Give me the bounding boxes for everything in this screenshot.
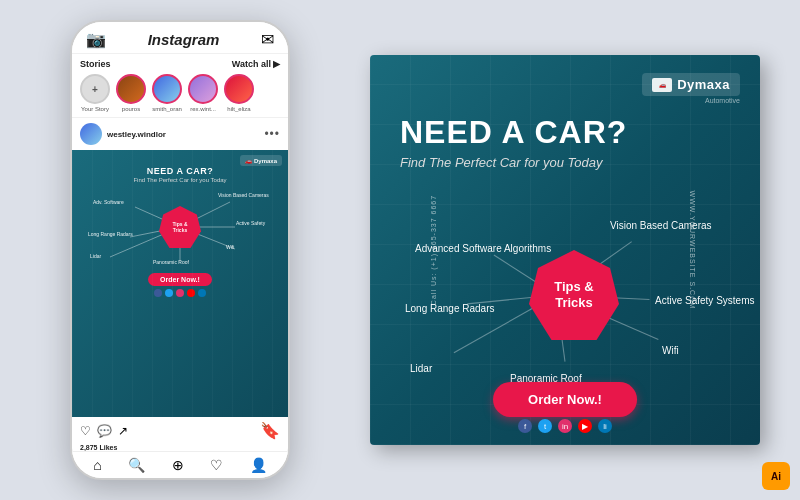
- node-vision: Vision Based Cameras: [610, 220, 712, 231]
- avatar-rex: [188, 74, 218, 104]
- stories-section: Stories Watch all ▶ + Your Story: [72, 54, 288, 117]
- mini-brand: 🚗 Dymaxa: [240, 155, 282, 166]
- post-user: westley.windlor: [80, 123, 166, 145]
- phone-section: 📷 Instagram ✉ Stories Watch all ▶ +: [0, 0, 340, 500]
- post-options-button[interactable]: •••: [264, 127, 280, 141]
- post-avatar: [80, 123, 102, 145]
- story-item-pouros[interactable]: pouros: [116, 74, 146, 112]
- phone-mockup: 📷 Instagram ✉ Stories Watch all ▶ +: [70, 20, 290, 480]
- youtube-icon[interactable]: ▶: [578, 419, 592, 433]
- mini-diagram: Tips &Tricks Vision Based Cameras Adv. S…: [78, 187, 282, 267]
- mini-node-vision: Vision Based Cameras: [218, 192, 269, 198]
- label-hilt: hilt_eliza: [227, 106, 250, 112]
- mini-node-panoramic: Panoramic Roof: [153, 259, 189, 265]
- share-icon[interactable]: ↗: [118, 424, 128, 438]
- ad-brand: 🚗 Dymaxa Automotive: [642, 73, 740, 104]
- bookmark-icon[interactable]: 🔖: [260, 421, 280, 440]
- add-nav-icon[interactable]: ⊕: [172, 457, 184, 473]
- node-advanced: Advanced Software Algorithms: [415, 243, 551, 254]
- arrow-icon: ▶: [273, 59, 280, 69]
- send-icon[interactable]: ✉: [261, 30, 274, 49]
- story-item-smith[interactable]: smith_oran: [152, 74, 182, 112]
- brand-car-icon: 🚗: [652, 78, 672, 92]
- profile-nav-icon[interactable]: 👤: [250, 457, 267, 473]
- linkedin-icon[interactable]: li: [598, 419, 612, 433]
- brand-logo-box: 🚗 Dymaxa: [642, 73, 740, 96]
- story-item-your[interactable]: + Your Story: [80, 74, 110, 112]
- ad-main-title: NEED A CAR?: [400, 115, 627, 150]
- your-story-avatar: +: [80, 74, 110, 104]
- label-pouros: pouros: [122, 106, 140, 112]
- story-item-hilt[interactable]: hilt_eliza: [224, 74, 254, 112]
- mini-node-wifi: Wifi: [226, 244, 234, 250]
- post-image: 🚗 Dymaxa NEED A CAR? Find The Perfect Ca…: [72, 150, 288, 417]
- social-icons-row: f t in ▶ li: [518, 419, 612, 433]
- ad-card: Call Us: (+1) 465-337 6667 WWW.YOURWEBSI…: [370, 55, 760, 445]
- ad-diagram: Tips & Tricks Vision Based Cameras Advan…: [400, 215, 730, 375]
- stories-label: Stories: [80, 59, 111, 69]
- ai-badge: Ai: [762, 462, 790, 490]
- your-story-label: Your Story: [81, 106, 109, 112]
- badge-text: Tips & Tricks: [554, 279, 594, 310]
- story-item-rex[interactable]: rex.wint...: [188, 74, 218, 112]
- camera-icon[interactable]: 📷: [86, 30, 106, 49]
- avatar-smith: [152, 74, 182, 104]
- heart-nav-icon[interactable]: ♡: [210, 457, 223, 473]
- brand-sub: Automotive: [705, 97, 740, 104]
- phone-bottom-nav: ⌂ 🔍 ⊕ ♡ 👤: [72, 451, 288, 478]
- search-nav-icon[interactable]: 🔍: [128, 457, 145, 473]
- node-lidar: Lidar: [410, 363, 432, 374]
- comment-icon[interactable]: 💬: [97, 424, 112, 438]
- instagram-header: 📷 Instagram ✉: [72, 22, 288, 54]
- facebook-icon[interactable]: f: [518, 419, 532, 433]
- main-container: 📷 Instagram ✉ Stories Watch all ▶ +: [0, 0, 800, 500]
- mini-node-active: Active Safety: [236, 220, 265, 226]
- node-radar: Long Range Radars: [405, 303, 495, 314]
- label-smith: smith_oran: [152, 106, 182, 112]
- node-wifi: Wifi: [662, 345, 679, 356]
- label-rex: rex.wint...: [190, 106, 216, 112]
- heart-icon[interactable]: ♡: [80, 424, 91, 438]
- twitter-icon[interactable]: t: [538, 419, 552, 433]
- instagram-icon[interactable]: in: [558, 419, 572, 433]
- post-username: westley.windlor: [107, 130, 166, 139]
- avatar-pouros: [116, 74, 146, 104]
- ad-headline: NEED A CAR? Find The Perfect Car for you…: [400, 115, 627, 170]
- post-header: westley.windlor •••: [72, 117, 288, 150]
- avatar-hilt: [224, 74, 254, 104]
- likes-count: 2,875 Likes: [72, 444, 288, 451]
- ad-subtitle: Find The Perfect Car for you Today: [400, 155, 627, 170]
- mini-node-advanced: Adv. Software: [93, 199, 124, 205]
- instagram-logo: Instagram: [148, 31, 220, 48]
- mini-node-lidar: Lidar: [90, 253, 101, 259]
- ad-section: Call Us: (+1) 465-337 6667 WWW.YOURWEBSI…: [340, 0, 800, 500]
- home-nav-icon[interactable]: ⌂: [93, 457, 101, 473]
- post-actions: ♡ 💬 ↗ 🔖: [72, 417, 288, 444]
- action-icons: ♡ 💬 ↗: [80, 424, 128, 438]
- watch-all-button[interactable]: Watch all ▶: [232, 59, 280, 69]
- order-now-button[interactable]: Order Now.!: [493, 382, 637, 417]
- mini-ad: 🚗 Dymaxa NEED A CAR? Find The Perfect Ca…: [72, 150, 288, 417]
- stories-row: + Your Story pouros smith_oran rex: [80, 74, 280, 112]
- node-active: Active Safety Systems: [655, 295, 754, 306]
- mini-node-radar: Long Range Radars: [88, 231, 133, 237]
- brand-name: Dymaxa: [677, 77, 730, 92]
